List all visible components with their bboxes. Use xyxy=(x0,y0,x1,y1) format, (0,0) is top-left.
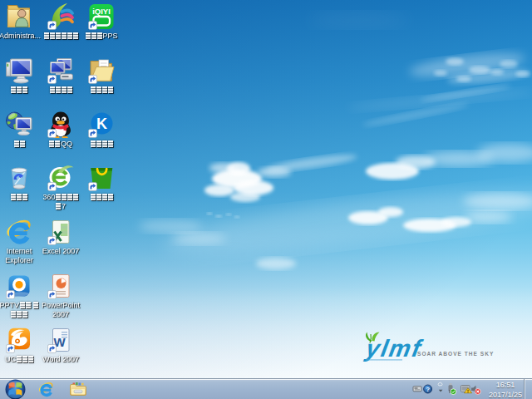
svg-text:?: ? xyxy=(426,386,430,393)
svg-text:iQIYI: iQIYI xyxy=(92,7,111,16)
svg-text:SOAR ABOVE THE SKY: SOAR ABOVE THE SKY xyxy=(417,351,494,357)
svg-text:ylmf: ylmf xyxy=(362,335,426,362)
svg-text:K: K xyxy=(96,116,107,132)
